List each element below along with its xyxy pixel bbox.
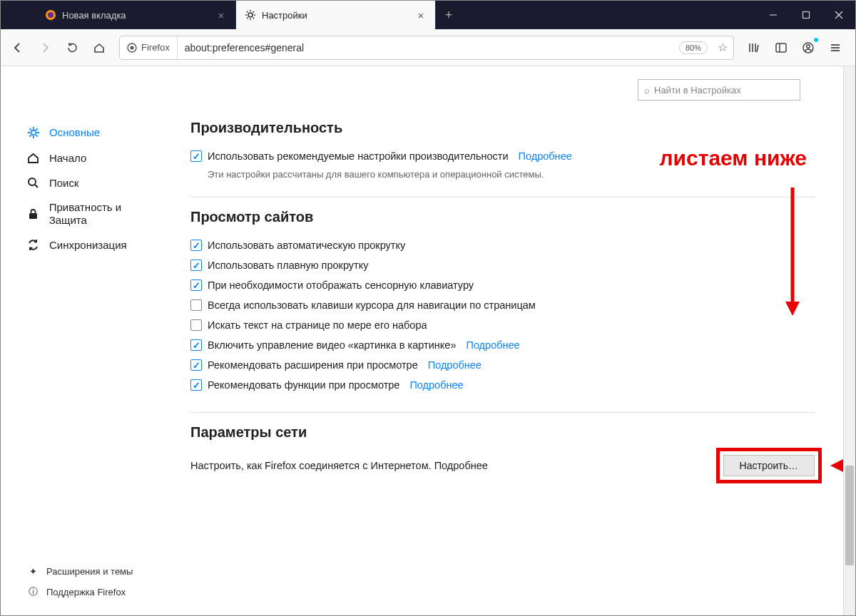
firefox-brand-icon xyxy=(127,43,137,53)
gear-icon xyxy=(245,9,256,21)
window-controls xyxy=(757,1,855,29)
section-browsing: Просмотр сайтов Использовать автоматичес… xyxy=(190,197,815,412)
zoom-indicator[interactable]: 80% xyxy=(679,41,708,54)
learn-more-link[interactable]: Подробнее xyxy=(428,359,482,371)
section-title: Параметры сети xyxy=(190,424,815,441)
svg-rect-9 xyxy=(776,43,786,52)
url-text: about:preferences#general xyxy=(178,42,679,53)
identity-label: Firefox xyxy=(141,42,170,53)
svg-line-18 xyxy=(35,185,38,188)
sync-icon xyxy=(26,238,41,252)
checkbox[interactable] xyxy=(190,260,202,271)
checkbox[interactable] xyxy=(190,359,202,371)
checkbox-row[interactable]: Включить управление видео «картинка в ка… xyxy=(190,335,815,355)
home-button[interactable] xyxy=(86,35,112,61)
close-icon[interactable]: × xyxy=(415,9,427,21)
checkbox-row[interactable]: Использовать автоматическую прокрутку xyxy=(190,235,815,255)
annotation-highlight-box xyxy=(716,448,822,483)
network-text: Настроить, как Firefox соединяется с Инт… xyxy=(190,460,488,471)
checkbox[interactable] xyxy=(190,150,202,162)
svg-point-16 xyxy=(31,130,36,135)
checkbox-label: Использовать автоматическую прокрутку xyxy=(208,240,405,251)
reload-button[interactable] xyxy=(59,35,85,61)
sidebar-item-label: Поиск xyxy=(49,177,79,190)
bookmark-star-icon[interactable]: ☆ xyxy=(712,41,733,54)
sidebar-item-search[interactable]: Поиск xyxy=(22,170,165,195)
section-title: Производительность xyxy=(190,120,815,136)
svg-marker-21 xyxy=(785,302,800,316)
close-icon[interactable]: × xyxy=(215,9,227,21)
tab-label: Новая вкладка xyxy=(62,10,210,21)
preferences-search[interactable]: ⌕ Найти в Настройках xyxy=(638,79,800,101)
account-icon[interactable] xyxy=(795,35,821,61)
tab-label: Настройки xyxy=(262,10,409,21)
gear-icon xyxy=(26,125,41,140)
preferences-main: Производительность Использовать рекоменд… xyxy=(190,120,815,493)
window-titlebar: Новая вкладка × Настройки × + xyxy=(1,1,855,29)
svg-marker-22 xyxy=(830,458,843,473)
svg-point-8 xyxy=(131,46,134,49)
tab-settings[interactable]: Настройки × xyxy=(236,1,436,29)
sidebar-item-privacy[interactable]: Приватность и Защита xyxy=(22,195,165,232)
minimize-button[interactable] xyxy=(757,1,790,29)
checkbox-label: Использовать плавную прокрутку xyxy=(208,260,368,271)
svg-rect-4 xyxy=(803,12,810,19)
sidebar-item-sync[interactable]: Синхронизация xyxy=(22,232,165,257)
learn-more-link[interactable]: Подробнее xyxy=(466,339,519,351)
search-icon xyxy=(26,176,41,190)
forward-button[interactable] xyxy=(32,35,58,61)
checkbox-row[interactable]: Рекомендовать расширения при просмотреПо… xyxy=(190,355,815,375)
checkbox-label: Рекомендовать функции при просмотре xyxy=(208,379,399,391)
sidebar-item-label: Синхронизация xyxy=(49,239,127,252)
checkbox-row[interactable]: Использовать плавную прокрутку xyxy=(190,255,815,275)
firefox-icon xyxy=(45,9,56,21)
preferences-page: ⌕ Найти в Настройках Основные Начало Пои… xyxy=(1,66,843,615)
tab-new[interactable]: Новая вкладка × xyxy=(36,1,236,29)
learn-more-link[interactable]: Подробнее xyxy=(434,460,488,471)
sidebar-item-general[interactable]: Основные xyxy=(22,120,165,145)
browser-toolbar: Firefox about:preferences#general 80% ☆ xyxy=(1,29,855,66)
extensions-label: Расширения и темы xyxy=(46,566,133,577)
sidebar-footer: ✦ Расширения и темы ⓘ Поддержка Firefox xyxy=(22,562,172,602)
svg-point-1 xyxy=(48,12,54,18)
new-tab-button[interactable]: + xyxy=(436,1,462,29)
url-bar[interactable]: Firefox about:preferences#general 80% ☆ xyxy=(119,36,734,60)
help-icon: ⓘ xyxy=(26,585,39,598)
checkbox[interactable] xyxy=(190,319,202,331)
checkbox-label: Всегда использовать клавиши курсора для … xyxy=(208,299,536,311)
identity-box[interactable]: Firefox xyxy=(120,36,178,59)
back-button[interactable] xyxy=(5,35,31,61)
scrollbar-thumb[interactable] xyxy=(845,466,854,565)
section-title: Просмотр сайтов xyxy=(190,209,815,225)
vertical-scrollbar[interactable] xyxy=(843,66,855,615)
checkbox[interactable] xyxy=(190,379,202,391)
preferences-sidebar: Основные Начало Поиск Приватность и Защи… xyxy=(22,120,165,257)
extensions-link[interactable]: ✦ Расширения и темы xyxy=(22,562,172,581)
close-window-button[interactable] xyxy=(822,1,855,29)
svg-point-12 xyxy=(807,44,810,48)
puzzle-icon: ✦ xyxy=(26,566,39,577)
sidebar-icon[interactable] xyxy=(768,35,794,61)
sidebar-item-label: Начало xyxy=(49,152,86,165)
support-link[interactable]: ⓘ Поддержка Firefox xyxy=(22,581,172,602)
svg-rect-19 xyxy=(29,213,37,219)
checkbox-row[interactable]: Рекомендовать функции при просмотреПодро… xyxy=(190,375,815,395)
support-label: Поддержка Firefox xyxy=(46,587,126,597)
checkbox[interactable] xyxy=(190,339,202,351)
checkbox[interactable] xyxy=(190,240,202,251)
checkbox[interactable] xyxy=(190,279,202,291)
maximize-button[interactable] xyxy=(790,1,822,29)
checkbox[interactable] xyxy=(190,299,202,311)
svg-point-17 xyxy=(29,178,36,185)
menu-button[interactable] xyxy=(822,35,848,61)
library-icon[interactable] xyxy=(741,35,767,61)
sidebar-item-label: Приватность и Защита xyxy=(49,201,160,227)
annotation-arrow-down-icon xyxy=(783,188,802,316)
learn-more-link[interactable]: Подробнее xyxy=(409,379,463,391)
learn-more-link[interactable]: Подробнее xyxy=(519,150,572,162)
checkbox-row[interactable]: Искать текст на странице по мере его наб… xyxy=(190,315,815,335)
checkbox-label: Использовать рекомендуемые настройки про… xyxy=(208,150,509,162)
checkbox-row[interactable]: При необходимости отображать сенсорную к… xyxy=(190,275,815,295)
checkbox-row[interactable]: Всегда использовать клавиши курсора для … xyxy=(190,295,815,315)
sidebar-item-home[interactable]: Начало xyxy=(22,145,165,170)
